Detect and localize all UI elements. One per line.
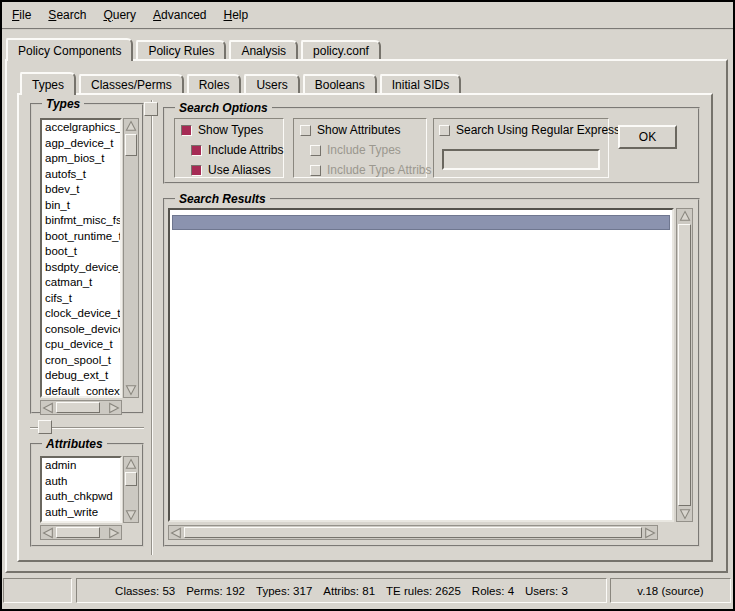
tab-users[interactable]: Users [244, 74, 299, 93]
type-list-item[interactable]: boot_t [42, 244, 120, 260]
scroll-right-button[interactable] [107, 526, 121, 539]
attribute-list-item[interactable]: auth_write [42, 505, 120, 521]
include-type-attribs-checkbox: Include Type Attribs [310, 163, 432, 177]
scroll-down-button[interactable] [124, 508, 138, 522]
main-notebook-tabs: Policy Components Policy Rules Analysis … [6, 36, 384, 59]
panel-sash[interactable] [151, 100, 153, 555]
scrollbar-trough[interactable] [55, 526, 107, 539]
type-list-item[interactable]: boot_runtime_t [42, 229, 120, 245]
scroll-up-button[interactable] [677, 209, 692, 223]
type-list-item[interactable]: cron_spool_t [42, 353, 120, 369]
show-attributes-checkbox[interactable]: Show Attributes [300, 123, 400, 137]
scroll-up-button[interactable] [124, 119, 138, 133]
status-left-panel [3, 578, 72, 603]
attributes-listbox[interactable]: adminauthauth_chkpwdauth_writechange_con… [40, 456, 122, 523]
selected-line [172, 215, 670, 230]
ok-button[interactable]: OK [618, 125, 677, 149]
stat-roles: Roles: 4 [472, 585, 514, 597]
scrollbar-thumb[interactable] [56, 402, 100, 413]
scrollbar-trough[interactable] [183, 526, 643, 539]
type-list-item[interactable]: autofs_t [42, 167, 120, 183]
checkbox-label: Show Types [198, 123, 263, 137]
scrollbar-trough[interactable] [55, 401, 107, 414]
menu-query[interactable]: Query [103, 8, 136, 22]
results-vertical-scrollbar [676, 208, 693, 522]
type-list-item[interactable]: bsdpty_device_ [42, 260, 120, 276]
menubar: File Search Query Advanced Help [2, 2, 733, 30]
attribute-list-item[interactable]: admin [42, 458, 120, 474]
panel-sash-handle[interactable] [144, 102, 158, 116]
type-list-item[interactable]: cpu_device_t [42, 337, 120, 353]
types-listbox[interactable]: accelgraphics_eagp_device_tapm_bios_taut… [40, 118, 122, 398]
attribute-list-item[interactable]: auth_chkpwd [42, 489, 120, 505]
scrollbar-thumb[interactable] [678, 224, 691, 506]
scroll-left-button[interactable] [41, 401, 55, 414]
tab-policy-conf[interactable]: policy.conf [301, 40, 381, 59]
attributes-vertical-scrollbar [123, 456, 139, 523]
tab-policy-components[interactable]: Policy Components [6, 38, 133, 61]
regex-checkbox[interactable]: Search Using Regular Expression [439, 123, 636, 137]
type-list-item[interactable]: agp_device_t [42, 136, 120, 152]
scroll-up-button[interactable] [124, 457, 138, 471]
type-list-item[interactable]: bdev_t [42, 182, 120, 198]
type-list-item[interactable]: console_device [42, 322, 120, 338]
use-aliases-checkbox[interactable]: Use Aliases [191, 163, 271, 177]
scroll-left-button[interactable] [41, 526, 55, 539]
types-tab-panel: Types accelgraphics_eagp_device_tapm_bio… [17, 93, 713, 562]
scroll-right-button[interactable] [107, 401, 121, 414]
type-list-item[interactable]: binfmt_misc_fs [42, 213, 120, 229]
search-options-frame: Search Options Show Types Include Attrib… [163, 107, 700, 184]
tab-policy-rules[interactable]: Policy Rules [136, 40, 226, 59]
tab-analysis[interactable]: Analysis [229, 40, 298, 59]
scroll-left-button[interactable] [169, 526, 183, 539]
include-attribs-checkbox[interactable]: Include Attribs [191, 143, 283, 157]
tab-initial-sids[interactable]: Initial SIDs [380, 74, 461, 93]
show-types-checkbox[interactable]: Show Types [181, 123, 263, 137]
checkbox-label: Include Attribs [208, 143, 283, 157]
scrollbar-trough[interactable] [124, 133, 138, 383]
show-types-group: Show Types Include Attribs Use Aliases [174, 118, 284, 178]
checkbox-indicator [191, 145, 202, 156]
search-results-frame: Search Results [163, 198, 700, 547]
attribute-list-item[interactable]: change_context [42, 520, 120, 523]
menu-advanced[interactable]: Advanced [153, 8, 206, 22]
types-attributes-sash-handle[interactable] [38, 420, 52, 434]
search-results-text[interactable] [168, 208, 674, 522]
attributes-frame: Attributes adminauthauth_chkpwdauth_writ… [30, 443, 144, 547]
tab-classes-perms[interactable]: Classes/Perms [79, 74, 184, 93]
menu-help[interactable]: Help [223, 8, 248, 22]
type-list-item[interactable]: cifs_t [42, 291, 120, 307]
scrollbar-thumb[interactable] [184, 527, 642, 538]
tab-types[interactable]: Types [20, 72, 76, 95]
type-list-item[interactable]: clock_device_t [42, 306, 120, 322]
scrollbar-trough[interactable] [124, 471, 138, 508]
stat-perms: Perms: 192 [186, 585, 245, 597]
type-list-item[interactable]: accelgraphics_e [42, 120, 120, 136]
regex-input[interactable] [442, 149, 600, 170]
stat-types: Types: 317 [256, 585, 312, 597]
scroll-down-button[interactable] [677, 507, 692, 521]
attribute-list-item[interactable]: auth [42, 474, 120, 490]
scrollbar-trough[interactable] [677, 223, 692, 507]
type-list-item[interactable]: catman_t [42, 275, 120, 291]
scroll-down-button[interactable] [124, 383, 138, 397]
search-options-label: Search Options [175, 101, 272, 115]
scrollbar-thumb[interactable] [125, 472, 137, 486]
scroll-right-button[interactable] [643, 526, 657, 539]
type-list-item[interactable]: bin_t [42, 198, 120, 214]
attributes-frame-label: Attributes [42, 437, 107, 451]
menu-file[interactable]: File [12, 8, 31, 22]
menu-search[interactable]: Search [48, 8, 86, 22]
checkbox-label: Include Type Attribs [327, 163, 432, 177]
checkbox-indicator [191, 165, 202, 176]
type-list-item[interactable]: debug_ext_t [42, 368, 120, 384]
tab-booleans[interactable]: Booleans [303, 74, 377, 93]
types-horizontal-scrollbar [40, 400, 122, 415]
type-list-item[interactable]: default_context [42, 384, 120, 399]
components-notebook-tabs: Types Classes/Perms Roles Users Booleans… [20, 72, 464, 93]
types-frame: Types accelgraphics_eagp_device_tapm_bio… [30, 103, 144, 414]
scrollbar-thumb[interactable] [125, 134, 137, 156]
scrollbar-thumb[interactable] [56, 527, 100, 538]
type-list-item[interactable]: apm_bios_t [42, 151, 120, 167]
tab-roles[interactable]: Roles [187, 74, 242, 93]
